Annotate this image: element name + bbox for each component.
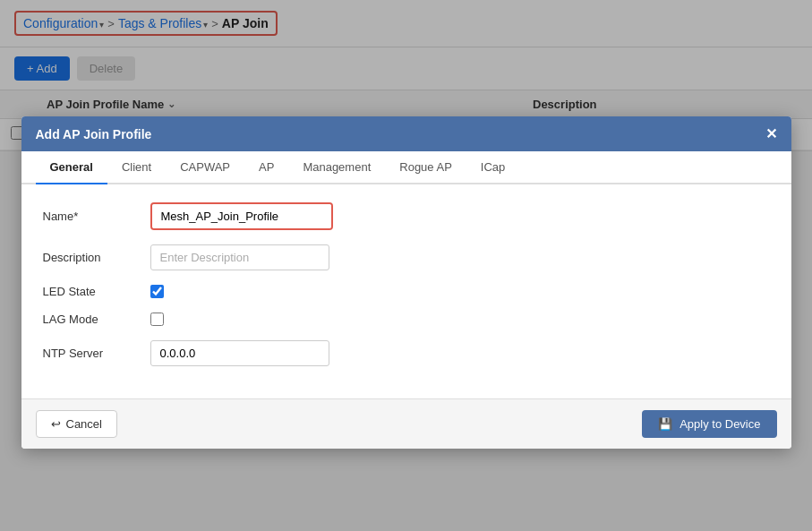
tab-general[interactable]: General	[36, 151, 107, 184]
lag-mode-group: LAG Mode	[43, 313, 770, 326]
description-group: Description	[43, 244, 770, 270]
name-input[interactable]	[152, 204, 331, 228]
apply-label: Apply to Device	[680, 417, 760, 431]
modal-title: Add AP Join Profile	[36, 127, 152, 141]
cancel-icon: ↩	[51, 417, 61, 431]
lag-mode-label: LAG Mode	[43, 313, 150, 326]
tab-capwap[interactable]: CAPWAP	[166, 151, 244, 184]
tab-rogue-ap[interactable]: Rogue AP	[385, 151, 466, 184]
name-input-wrapper	[150, 202, 333, 230]
led-state-label: LED State	[43, 285, 150, 298]
apply-to-device-button[interactable]: 💾 Apply to Device	[642, 410, 776, 438]
tab-ap[interactable]: AP	[244, 151, 288, 184]
led-state-checkbox[interactable]	[150, 285, 164, 298]
modal: Add AP Join Profile ✕ General Client CAP…	[21, 116, 791, 449]
ntp-server-group: NTP Server	[43, 340, 770, 366]
modal-overlay: Add AP Join Profile ✕ General Client CAP…	[0, 0, 812, 531]
tab-icap[interactable]: ICap	[466, 151, 519, 184]
description-label: Description	[43, 251, 150, 264]
lag-mode-checkbox[interactable]	[150, 313, 164, 326]
modal-content: Name* Description LED State L	[21, 184, 791, 398]
modal-footer: ↩ Cancel 💾 Apply to Device	[21, 398, 791, 449]
cancel-label: Cancel	[66, 417, 102, 431]
name-label: Name*	[43, 210, 150, 223]
ntp-server-label: NTP Server	[43, 347, 150, 360]
modal-tabs: General Client CAPWAP AP Management Rogu…	[21, 151, 791, 184]
page-wrapper: Configuration▾ > Tags & Profiles▾ > AP J…	[0, 0, 812, 531]
apply-icon: 💾	[658, 417, 672, 431]
tab-client[interactable]: Client	[107, 151, 166, 184]
modal-close-button[interactable]: ✕	[765, 125, 777, 142]
name-group: Name*	[43, 202, 770, 230]
modal-header: Add AP Join Profile ✕	[21, 116, 791, 151]
led-state-group: LED State	[43, 285, 770, 298]
ntp-server-input[interactable]	[150, 340, 329, 366]
cancel-button[interactable]: ↩ Cancel	[36, 410, 117, 438]
description-input[interactable]	[150, 244, 329, 270]
tab-management[interactable]: Management	[288, 151, 385, 184]
